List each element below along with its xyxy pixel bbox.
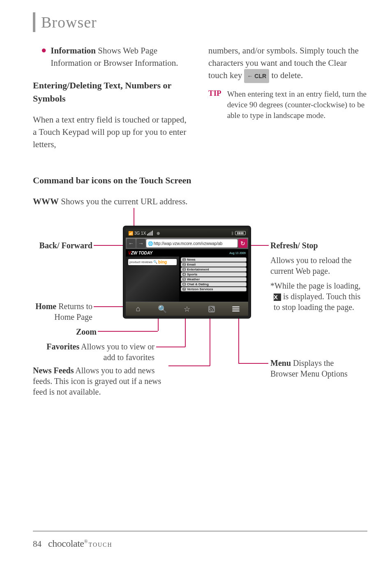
para-entering: When a text entry field is touched or ta…: [33, 113, 192, 150]
vzw-today-bar: VVZW TODAYZW TODAY Aug 13 2009: [126, 249, 248, 257]
home-rest: Returns to Home Page: [54, 302, 92, 321]
bullet-information: ● Information Shows Web Page Information…: [41, 44, 192, 69]
callout-home: Home Returns to Home Page: [33, 301, 92, 322]
home-bold: Home: [35, 302, 56, 311]
tip-label: TIP: [208, 89, 221, 121]
status-text: 3G 1X: [134, 231, 146, 236]
back-forward-label: Back/ Forward: [39, 241, 92, 250]
menu-item[interactable]: 6Chat & Dating: [181, 282, 247, 287]
menu-icon[interactable]: [231, 305, 240, 314]
menu-item[interactable]: 1News: [181, 257, 247, 262]
connector-line: [248, 245, 269, 246]
page-footer: 84 chocolate®TOUCH: [33, 531, 367, 549]
connector-line: [238, 363, 268, 364]
page-title: Browser: [41, 13, 97, 31]
phone-status-bar: 📶 3G 1X ⊕ ᛒ ▮▮▮▮: [126, 229, 248, 238]
home-icon[interactable]: ⌂: [134, 305, 143, 314]
stop-a: *While the page is loading,: [270, 281, 360, 290]
signal-bars-icon: [147, 231, 153, 236]
clr-key-icon: ← CLR: [244, 69, 269, 83]
tip-row: TIP When entering text in an entry field…: [208, 89, 367, 121]
menu-item[interactable]: 3Entertainment: [181, 267, 247, 272]
fav-rest: Allows you to view or add to favorites: [79, 342, 154, 362]
body-columns: ● Information Shows Web Page Information…: [33, 44, 367, 150]
url-text: http://wap.vzw.mcore.com/vzwwap/ab: [154, 241, 222, 246]
rss-icon[interactable]: [207, 305, 216, 314]
news-bold: News Feeds: [33, 366, 74, 375]
registered-icon: ®: [84, 539, 88, 544]
connector-line: [210, 314, 210, 366]
bullet-bold: Information: [51, 46, 96, 55]
content-area: product reviews 🔍 bing 1News 2Email 3Ent…: [126, 257, 248, 302]
brand-logo: chocolate®TOUCH: [48, 538, 113, 549]
menu-item[interactable]: 2Email: [181, 262, 247, 267]
vzw-label: VVZW TODAYZW TODAY: [128, 251, 152, 255]
status-left: 📶 3G 1X ⊕: [128, 231, 160, 236]
zoom-icon[interactable]: 🔍: [158, 305, 167, 314]
callout-refresh: Refresh/ Stop Allows you to reload the c…: [270, 240, 361, 312]
connector-line: [156, 347, 185, 347]
callout-menu: Menu Displays the Browser Menu Options: [270, 358, 361, 379]
bing-logo: bing: [158, 260, 167, 264]
page-number: 84: [33, 539, 42, 549]
brand-name: chocolate: [48, 538, 84, 549]
menu-item[interactable]: 4Sports: [181, 272, 247, 277]
bullet-body: Information Shows Web Page Information o…: [51, 44, 192, 69]
connector-line: [185, 314, 186, 347]
callout-favorites: Favorites Allows you to view or add to f…: [33, 341, 154, 363]
column-right: numbers, and/or symbols. Simply touch th…: [208, 44, 367, 150]
bing-search-box[interactable]: product reviews 🔍 bing: [128, 259, 177, 265]
bluetooth-icon: ᛒ: [231, 231, 234, 236]
signal-icon: 📶: [128, 231, 133, 236]
section-head-entering: Entering/Deleting Text, Numbers or Symbo…: [33, 79, 192, 105]
connector-line: [98, 331, 158, 332]
svg-rect-4: [232, 310, 240, 312]
para-delete: numbers, and/or symbols. Simply touch th…: [208, 44, 367, 83]
search-tiny-icon: 🔍: [153, 260, 157, 264]
connector-line: [168, 365, 210, 366]
header-rule: [33, 12, 35, 32]
url-field[interactable]: 🌐 http://wap.vzw.mcore.com/vzwwap/ab: [146, 239, 238, 247]
menu-item[interactable]: 5Weather: [181, 277, 247, 282]
menu-list: 1News 2Email 3Entertainment 4Sports 5Wea…: [179, 257, 248, 302]
favorites-icon[interactable]: ☆: [182, 305, 191, 314]
globe-icon: 🌐: [148, 241, 153, 246]
status-right: ᛒ ▮▮▮▮: [231, 231, 246, 236]
refresh-head: Refresh/ Stop: [270, 240, 361, 251]
zoom-label: Zoom: [76, 327, 97, 336]
www-bold: WWW: [33, 196, 59, 206]
menu-item[interactable]: 7Verizon Services: [181, 287, 247, 291]
menu-bold: Menu: [270, 358, 291, 368]
content-image: product reviews 🔍 bing: [126, 257, 179, 302]
battery-icon: ▮▮▮▮: [235, 231, 246, 235]
callout-back-forward: Back/ Forward: [33, 240, 92, 251]
phone-mock: 📶 3G 1X ⊕ ᛒ ▮▮▮▮ ← → 🌐 http://wap.vzw: [123, 226, 251, 318]
stop-b: is displayed. Touch this to stop loading…: [274, 292, 360, 312]
x-stop-icon: X: [274, 294, 281, 301]
diagram-section: Command bar icons on the Touch Screen WW…: [33, 175, 367, 415]
date-label: Aug 13 2009: [229, 252, 246, 254]
brand-suffix: TOUCH: [89, 542, 113, 548]
fav-bold: Favorites: [46, 342, 79, 351]
connector-line: [238, 314, 239, 363]
bing-prefix: product reviews: [129, 260, 152, 264]
forward-button[interactable]: →: [136, 239, 145, 248]
refresh-button[interactable]: ↻: [238, 239, 247, 248]
svg-rect-2: [232, 306, 240, 307]
back-button[interactable]: ←: [127, 239, 136, 248]
callout-news-feeds: News Feeds Allows you to add news feeds.…: [33, 365, 173, 397]
para-delete-b: to delete.: [269, 70, 303, 80]
callout-zoom: Zoom: [33, 326, 97, 337]
diagram-area: 📶 3G 1X ⊕ ᛒ ▮▮▮▮ ← → 🌐 http://wap.vzw: [33, 210, 367, 415]
column-left: ● Information Shows Web Page Information…: [33, 44, 192, 150]
tip-body: When entering text in an entry field, tu…: [227, 89, 367, 121]
refresh-body: Allows you to reload the current Web pag…: [270, 255, 361, 276]
www-callout: WWW Shows you the current URL address.: [33, 196, 367, 207]
svg-point-1: [209, 310, 211, 312]
diagram-head: Command bar icons on the Touch Screen: [33, 175, 367, 186]
svg-rect-0: [208, 306, 215, 312]
page-header: Browser: [33, 12, 367, 32]
bullet-dot-icon: ●: [41, 45, 46, 69]
stop-note: *While the page is loading, X is display…: [270, 280, 361, 312]
address-row: ← → 🌐 http://wap.vzw.mcore.com/vzwwap/ab…: [126, 238, 248, 249]
